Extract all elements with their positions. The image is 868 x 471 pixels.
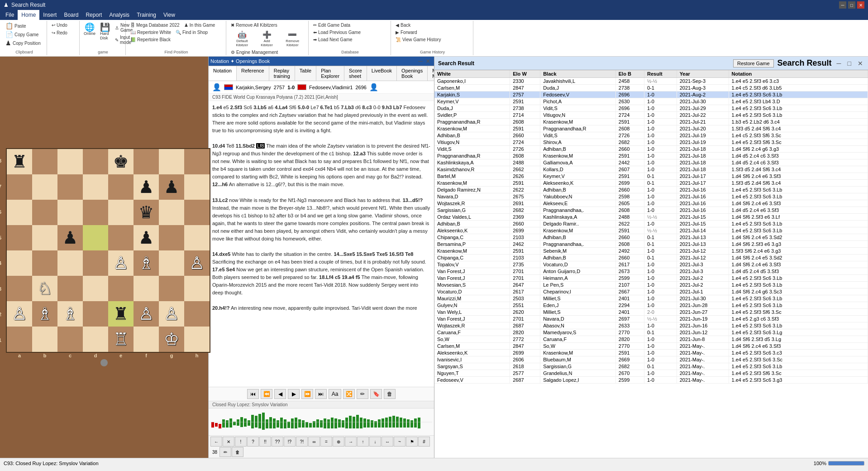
edit-btn[interactable]: ✏ bbox=[357, 389, 368, 399]
table-row[interactable]: Praggnanandhaa,R2608Krasenkow,M25911-020… bbox=[434, 153, 868, 159]
ann-hor[interactable]: ↔ bbox=[382, 437, 393, 447]
close-button[interactable]: ✕ bbox=[857, 1, 864, 9]
nav-prev-var[interactable]: ⏪ bbox=[261, 389, 272, 399]
square-e6[interactable] bbox=[108, 200, 134, 225]
square-f7[interactable]: ♟ bbox=[134, 174, 159, 200]
redo-button[interactable]: ↪ Redo bbox=[50, 29, 69, 36]
square-d1[interactable] bbox=[83, 327, 108, 352]
square-h6[interactable] bbox=[184, 200, 210, 225]
notation-text[interactable]: 1.e4 e5 2.Sf3 Sc6 3.Lb5 a6 4.La4 Sf6 5.0… bbox=[209, 101, 434, 387]
table-row[interactable]: Van Forest,J2701Heimann,A25991-02021-Jul… bbox=[434, 275, 868, 282]
in-this-game-button[interactable]: ♟ In this Game bbox=[182, 22, 217, 29]
square-a5[interactable] bbox=[7, 225, 32, 250]
square-g1[interactable]: ♔ bbox=[159, 327, 184, 352]
ann-pen[interactable]: ✏ bbox=[219, 447, 231, 457]
col-notation[interactable]: Notation bbox=[729, 70, 868, 78]
square-c5[interactable]: ♟ bbox=[57, 225, 83, 250]
ann-arrow[interactable]: → bbox=[345, 437, 357, 447]
square-b5[interactable] bbox=[32, 225, 57, 250]
table-row[interactable]: Praggnanandhaa,R2608Krasenkow,M25911-020… bbox=[434, 119, 868, 125]
tab-table[interactable]: Table bbox=[295, 66, 316, 81]
table-row[interactable]: Carlsen,M2847Duda,J27380-12021-Aug-31.e4… bbox=[434, 85, 868, 91]
table-row[interactable]: Karjakin,S2757Fedoseev,V26961-02021-Aug-… bbox=[434, 91, 868, 98]
menu-training[interactable]: Training bbox=[133, 10, 160, 20]
square-g5[interactable] bbox=[159, 225, 184, 250]
menu-analysis[interactable]: Analysis bbox=[105, 10, 133, 20]
table-row[interactable]: Van Wely,L2620Milliet,S24012-02021-Jun-2… bbox=[434, 309, 868, 316]
nav-first[interactable]: ⏮ bbox=[247, 389, 259, 399]
engine-management-button[interactable]: ⚙ Engine Management bbox=[229, 49, 280, 56]
square-a4[interactable] bbox=[7, 250, 32, 276]
table-row[interactable]: Chipanga,C2103Adhiban,B26600-12021-Jul-1… bbox=[434, 234, 868, 241]
tab-mym[interactable]: My M bbox=[428, 66, 434, 81]
table-row[interactable]: Gulyev,N2551Eden,J22941-02021-Jun-281.e4… bbox=[434, 302, 868, 309]
table-row[interactable]: So,W2772Caruana,F28201-02021-Jun-81.d4 S… bbox=[434, 336, 868, 343]
shuffle-btn[interactable]: 🔀 bbox=[343, 389, 355, 399]
table-row[interactable]: Alekseenko,K2699Krasenkow,M2591½-½2021-J… bbox=[434, 227, 868, 234]
square-f3[interactable] bbox=[134, 276, 159, 301]
table-row[interactable]: Ordaz Valdes,L2369Kashlinskaya,A2488½-½2… bbox=[434, 214, 868, 221]
ann-excl[interactable]: ! bbox=[235, 437, 247, 447]
nav-last[interactable]: ⏭ bbox=[315, 389, 327, 399]
col-elob[interactable]: Elo B bbox=[615, 70, 644, 78]
square-c3[interactable] bbox=[57, 276, 83, 301]
square-g7[interactable]: ♟ bbox=[159, 174, 184, 200]
col-black[interactable]: Black bbox=[540, 70, 616, 78]
square-a6[interactable] bbox=[7, 200, 32, 225]
table-row[interactable]: Duda,J2738Vidit,S26961-02021-Jul-291.e4 … bbox=[434, 105, 868, 112]
ann-cross[interactable]: ✕ bbox=[223, 437, 234, 447]
ann-tilde[interactable]: ~ bbox=[394, 437, 405, 447]
square-g4[interactable] bbox=[159, 250, 184, 276]
edit-game-data-button[interactable]: ✏ Edit Game Data bbox=[311, 22, 352, 29]
square-e8[interactable]: ♚ bbox=[108, 149, 134, 174]
ann-inf[interactable]: ∞ bbox=[308, 437, 320, 447]
square-c6[interactable] bbox=[57, 200, 83, 225]
table-row[interactable]: Wojtaszek,R2687Abasov,N26331-02021-Jun-1… bbox=[434, 322, 868, 329]
remove-kibitzer-button[interactable]: ➖ Remove Kibitzer bbox=[279, 29, 307, 48]
table-row[interactable]: Delgado Ramirez,N2622Adhiban,B26601-0202… bbox=[434, 187, 868, 193]
search-restore[interactable]: □ bbox=[846, 60, 853, 67]
remove-all-kibitzers-button[interactable]: ✖ Remove All Kibitzers bbox=[229, 22, 279, 29]
square-a3[interactable] bbox=[7, 276, 32, 301]
square-h8[interactable] bbox=[184, 149, 210, 174]
load-prev-button[interactable]: ⬅ Load Previous Game bbox=[311, 29, 362, 36]
table-row[interactable]: Vocaturo,D2617Cheparinov,I26671-02021-Ju… bbox=[434, 288, 868, 295]
square-b4[interactable] bbox=[32, 250, 57, 276]
square-d7[interactable] bbox=[83, 174, 108, 200]
table-row[interactable]: Topalov,V2735Vocaturo,D26171-02021-Jul-3… bbox=[434, 261, 868, 268]
square-d3[interactable] bbox=[83, 276, 108, 301]
notation-minimize[interactable]: ─ bbox=[417, 58, 424, 65]
load-next-button[interactable]: ➡ Load Next Game bbox=[311, 36, 354, 43]
table-row[interactable]: Sargissian,G2682Praggnanandhaa,.26081-02… bbox=[434, 207, 868, 214]
table-row[interactable]: Maurizzi,M2503Milliet,S24011-02021-Jul-3… bbox=[434, 295, 868, 302]
tab-plan[interactable]: Plan Explorer bbox=[316, 66, 344, 81]
restore-game-button[interactable]: Restore Game bbox=[733, 59, 774, 67]
ann-plus[interactable]: ⊕ bbox=[333, 437, 344, 447]
table-row[interactable]: Movsesian,S2647Le Pen,S21071-02021-Jul-2… bbox=[434, 282, 868, 288]
square-b2[interactable]: ♗ bbox=[32, 301, 57, 327]
font-btn[interactable]: Aa bbox=[329, 389, 341, 399]
ann-down[interactable]: ↓ bbox=[369, 437, 381, 447]
table-row[interactable]: Gaponenko,I2330Javakhishvili,L2458½-½202… bbox=[434, 78, 868, 85]
square-b3[interactable]: ♘ bbox=[32, 276, 57, 301]
square-f8[interactable] bbox=[134, 149, 159, 174]
tab-replay[interactable]: Replay training bbox=[269, 66, 295, 81]
square-f5[interactable]: ♟ bbox=[134, 225, 159, 250]
menu-file[interactable]: File bbox=[2, 10, 18, 20]
ann-clear[interactable]: 🗑 bbox=[232, 447, 243, 457]
search-table[interactable]: White Elo W Black Elo B Result Year Nota… bbox=[434, 70, 868, 458]
copy-position-button[interactable]: ♟ Copy Position bbox=[4, 39, 43, 47]
maximize-button[interactable]: □ bbox=[848, 1, 855, 9]
table-row[interactable]: Kashlinkskaya,A2488Galliamova,A24421-020… bbox=[434, 159, 868, 166]
table-row[interactable]: Bartel,M2626Keymer,V25910-12021-Jul-171.… bbox=[434, 173, 868, 180]
square-d6[interactable] bbox=[83, 200, 108, 225]
chess-board[interactable]: ♜♚♟♟♛♟♟♙♗♙♘♙♗♗♜♙♙♖♔ bbox=[6, 148, 210, 353]
nav-next[interactable]: ▶ bbox=[288, 389, 300, 399]
table-row[interactable]: Carlsen,M2847So,W27701-02021-May-.1.d4 S… bbox=[434, 343, 868, 350]
square-a7[interactable] bbox=[7, 174, 32, 200]
table-row[interactable]: Adhiban,B2660Vidit,S27261-02021-Jul-191.… bbox=[434, 132, 868, 139]
back-button[interactable]: ◀ Back bbox=[394, 22, 412, 29]
ann-ques2[interactable]: ?? bbox=[272, 437, 283, 447]
square-h5[interactable] bbox=[184, 225, 210, 250]
bookmark-btn[interactable]: 🔖 bbox=[370, 389, 382, 399]
